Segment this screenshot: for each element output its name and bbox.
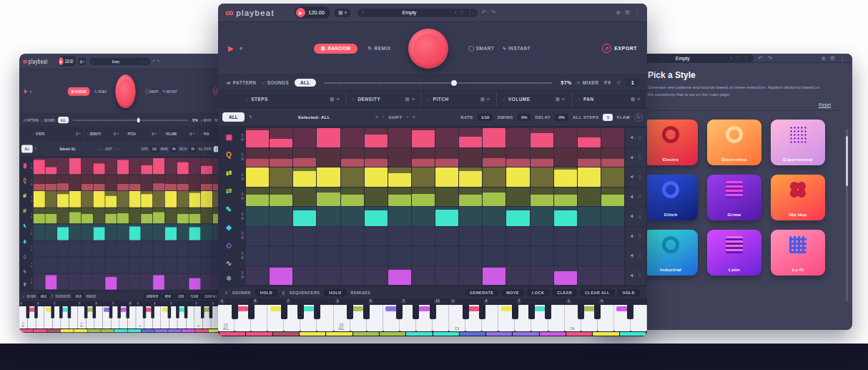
- selected-track-tab[interactable]: ALL: [222, 112, 245, 122]
- step-cell[interactable]: [246, 148, 269, 167]
- step-cell[interactable]: [293, 128, 316, 147]
- step-cell[interactable]: [365, 207, 388, 226]
- morph-slider[interactable]: [325, 79, 553, 87]
- black-key[interactable]: [176, 306, 179, 318]
- section-header-steps[interactable]: ○STEPS⚄∞: [30, 127, 84, 140]
- step-cell[interactable]: [165, 240, 177, 256]
- step-cell[interactable]: [270, 148, 292, 167]
- favorite-heart-icon[interactable]: ♡: [142, 59, 144, 64]
- step-cell[interactable]: [317, 188, 340, 207]
- step-cell[interactable]: [459, 246, 482, 266]
- scrollbar-thumb[interactable]: [846, 136, 848, 186]
- instant-toggle[interactable]: ϟ INSTANT: [503, 45, 531, 52]
- clear-button[interactable]: CLEAR: [188, 293, 201, 299]
- preset-next-button[interactable]: ›: [139, 59, 139, 64]
- black-key[interactable]: [314, 305, 320, 319]
- step-cell[interactable]: [141, 191, 152, 207]
- solo-button[interactable]: S: [240, 173, 245, 177]
- all-view-tab[interactable]: ALL: [58, 117, 69, 123]
- step-cell[interactable]: [601, 227, 624, 246]
- step-cell[interactable]: [578, 167, 601, 187]
- channel-4-icon[interactable]: ⇄: [20, 203, 29, 218]
- mute-button[interactable]: M: [30, 282, 33, 285]
- step-cell[interactable]: [578, 207, 601, 226]
- lock-button[interactable]: LOCK: [175, 293, 187, 299]
- skip-start-icon[interactable]: «: [99, 147, 100, 151]
- section-header-density[interactable]: ○DENSITY⚄∞: [346, 91, 421, 107]
- step-cell[interactable]: [317, 207, 340, 226]
- speaker-icon[interactable]: [630, 155, 636, 160]
- all-view-tab[interactable]: ALL: [295, 79, 316, 87]
- style-card-experimental[interactable]: Experimental: [771, 120, 825, 165]
- step-cell[interactable]: [554, 246, 577, 266]
- speaker-icon[interactable]: [630, 194, 636, 200]
- step-cell[interactable]: [153, 257, 164, 273]
- mute-button[interactable]: M: [30, 183, 33, 186]
- mute-button[interactable]: M: [240, 157, 245, 161]
- mute-button[interactable]: M: [240, 217, 245, 220]
- dice-icon[interactable]: ⚄: [631, 97, 636, 102]
- step-cell[interactable]: [45, 240, 56, 256]
- step-cell[interactable]: [506, 128, 529, 147]
- step-cell[interactable]: [554, 207, 577, 226]
- solo-button[interactable]: S: [30, 278, 33, 281]
- step-cell[interactable]: [459, 266, 482, 286]
- channel-2-icon[interactable]: Q: [20, 173, 29, 188]
- solo-button[interactable]: S: [30, 162, 33, 165]
- step-cell[interactable]: [388, 128, 411, 147]
- preset-selector[interactable]: ‹ Empty › ♡ ⋮: [357, 9, 478, 17]
- black-key[interactable]: [281, 305, 287, 319]
- step-cell[interactable]: [141, 208, 152, 223]
- step-cell[interactable]: [246, 266, 269, 286]
- step-cell[interactable]: [293, 167, 316, 187]
- step-cell[interactable]: [435, 188, 458, 207]
- drag-handle-icon[interactable]: ⠿: [638, 214, 641, 219]
- step-cell[interactable]: [506, 207, 529, 226]
- step-cell[interactable]: [153, 273, 164, 289]
- sounds-toggle[interactable]: ○ SOUNDS: [41, 118, 55, 122]
- step-cell[interactable]: [57, 273, 69, 289]
- step-cell[interactable]: [459, 207, 482, 226]
- step-cell[interactable]: [601, 128, 624, 147]
- hold-button[interactable]: HOLD: [618, 289, 640, 296]
- step-cell[interactable]: [270, 167, 292, 187]
- solo-button[interactable]: S: [30, 262, 33, 265]
- step-cell[interactable]: [93, 224, 104, 240]
- step-cell[interactable]: [117, 257, 129, 273]
- step-cell[interactable]: [293, 227, 316, 246]
- step-cell[interactable]: [435, 266, 458, 286]
- step-cell[interactable]: [129, 257, 141, 273]
- step-cell[interactable]: [117, 158, 129, 174]
- step-cell[interactable]: [483, 167, 505, 187]
- step-cell[interactable]: [388, 148, 411, 167]
- style-card-industrial[interactable]: Industrial: [643, 230, 698, 276]
- smart-toggle[interactable]: SMART: [146, 89, 159, 94]
- move-button[interactable]: MOVE: [501, 289, 524, 296]
- step-cell[interactable]: [153, 224, 164, 240]
- undo-button[interactable]: ↶: [758, 55, 763, 62]
- step-cell[interactable]: [388, 188, 411, 207]
- channel-7-icon[interactable]: ◇: [220, 236, 238, 254]
- step-cell[interactable]: [105, 191, 117, 207]
- step-forward-icon[interactable]: ›: [407, 115, 408, 120]
- step-cell[interactable]: [293, 188, 316, 207]
- link-icon[interactable]: ∞: [562, 97, 566, 102]
- black-key[interactable]: [118, 306, 122, 318]
- section-header-pan[interactable]: ○PAN⚄∞: [572, 91, 647, 107]
- step-cell[interactable]: [341, 128, 364, 147]
- step-cell[interactable]: [412, 128, 435, 147]
- step-cell[interactable]: [601, 148, 624, 167]
- step-cell[interactable]: [57, 257, 69, 273]
- fx-button[interactable]: FX: [214, 118, 218, 122]
- delay-value[interactable]: 0%: [555, 114, 568, 121]
- mute-button[interactable]: M: [30, 249, 33, 252]
- step-back-icon[interactable]: ‹: [102, 147, 103, 151]
- step-cell[interactable]: [105, 273, 117, 289]
- drag-handle-icon[interactable]: ⠿: [638, 233, 641, 238]
- step-cell[interactable]: [317, 148, 340, 167]
- step-cell[interactable]: [601, 246, 624, 266]
- step-cell[interactable]: [153, 191, 164, 207]
- step-cell[interactable]: [270, 266, 292, 286]
- black-key[interactable]: [51, 306, 54, 318]
- step-cell[interactable]: [105, 208, 117, 223]
